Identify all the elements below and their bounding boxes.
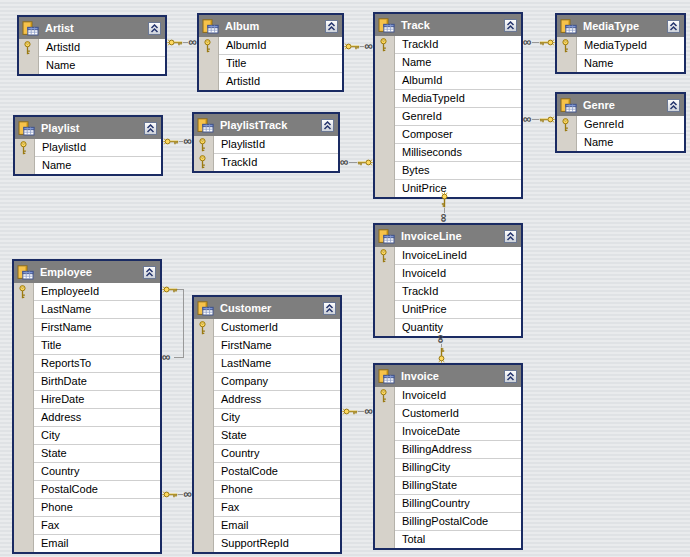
collapse-button[interactable] xyxy=(667,20,680,33)
column-row-genreid[interactable]: GenreId xyxy=(395,108,521,126)
table-header[interactable]: Track xyxy=(375,14,521,36)
table-invoice[interactable]: InvoiceInvoiceIdCustomerIdInvoiceDateBil… xyxy=(373,363,523,550)
column-row-birthdate[interactable]: BirthDate xyxy=(34,373,160,391)
column-row-mediatypeid[interactable]: MediaTypeId xyxy=(577,37,684,55)
column-row-billingcity[interactable]: BillingCity xyxy=(395,459,521,477)
column-row-city[interactable]: City xyxy=(214,409,340,427)
column-row-name[interactable]: Name xyxy=(35,157,161,174)
column-row-albumid[interactable]: AlbumId xyxy=(219,37,342,55)
column-row-name[interactable]: Name xyxy=(395,54,521,72)
relationship-employee-customer[interactable]: ∞ xyxy=(162,488,192,500)
relationship-playlist-playlisttrack[interactable]: ∞ xyxy=(163,135,192,147)
column-row-lastname[interactable]: LastName xyxy=(214,355,340,373)
table-header[interactable]: Artist xyxy=(19,17,165,39)
column-row-bytes[interactable]: Bytes xyxy=(395,162,521,180)
collapse-button[interactable] xyxy=(325,20,338,33)
table-mediatype[interactable]: MediaTypeMediaTypeIdName xyxy=(555,13,686,74)
column-row-trackid[interactable]: TrackId xyxy=(395,36,521,54)
column-row-fax[interactable]: Fax xyxy=(34,517,160,535)
column-row-state[interactable]: State xyxy=(214,427,340,445)
relationship-track-playlisttrack[interactable]: ∞ xyxy=(340,156,373,168)
column-row-trackid[interactable]: TrackId xyxy=(214,154,338,171)
column-row-phone[interactable]: Phone xyxy=(34,499,160,517)
diagram-canvas[interactable]: ArtistArtistIdNameAlbumAlbumIdTitleArtis… xyxy=(0,0,690,557)
column-row-billingpostalcode[interactable]: BillingPostalCode xyxy=(395,513,521,531)
collapse-button[interactable] xyxy=(321,119,334,132)
collapse-button[interactable] xyxy=(143,266,156,279)
table-employee[interactable]: EmployeeEmployeeIdLastNameFirstNameTitle… xyxy=(12,259,162,554)
relationship-track-invoiceline[interactable]: ∞ xyxy=(438,192,450,223)
table-invoiceline[interactable]: InvoiceLineInvoiceLineIdInvoiceIdTrackId… xyxy=(373,223,523,338)
table-header[interactable]: Playlist xyxy=(15,117,161,139)
collapse-button[interactable] xyxy=(144,122,157,135)
column-row-name[interactable]: Name xyxy=(577,55,684,72)
column-row-billingaddress[interactable]: BillingAddress xyxy=(395,441,521,459)
column-row-city[interactable]: City xyxy=(34,427,160,445)
column-row-invoiceid[interactable]: InvoiceId xyxy=(395,265,521,283)
column-row-albumid[interactable]: AlbumId xyxy=(395,72,521,90)
relationship-album-track[interactable]: ∞ xyxy=(344,40,373,52)
column-row-unitprice[interactable]: UnitPrice xyxy=(395,301,521,319)
collapse-button[interactable] xyxy=(504,19,517,32)
table-track[interactable]: TrackTrackIdNameAlbumIdMediaTypeIdGenreI… xyxy=(373,12,523,199)
table-customer[interactable]: CustomerCustomerIdFirstNameLastNameCompa… xyxy=(192,295,342,554)
column-row-postalcode[interactable]: PostalCode xyxy=(34,481,160,499)
column-row-trackid[interactable]: TrackId xyxy=(395,283,521,301)
column-row-fax[interactable]: Fax xyxy=(214,499,340,517)
column-row-lastname[interactable]: LastName xyxy=(34,301,160,319)
column-row-firstname[interactable]: FirstName xyxy=(214,337,340,355)
column-row-state[interactable]: State xyxy=(34,445,160,463)
column-row-customerid[interactable]: CustomerId xyxy=(214,319,340,337)
column-row-invoiceid[interactable]: InvoiceId xyxy=(395,387,521,405)
column-row-genreid[interactable]: GenreId xyxy=(577,116,684,134)
table-header[interactable]: Genre xyxy=(557,94,684,116)
column-row-country[interactable]: Country xyxy=(214,445,340,463)
collapse-button[interactable] xyxy=(504,370,517,383)
column-row-name[interactable]: Name xyxy=(39,57,165,74)
column-row-title[interactable]: Title xyxy=(34,337,160,355)
column-row-mediatypeid[interactable]: MediaTypeId xyxy=(395,90,521,108)
relationship-genre-track[interactable]: ∞ xyxy=(523,113,555,125)
column-row-milliseconds[interactable]: Milliseconds xyxy=(395,144,521,162)
table-artist[interactable]: ArtistArtistIdName xyxy=(17,15,167,76)
column-row-title[interactable]: Title xyxy=(219,55,342,73)
relationship-invoice-invoiceline[interactable]: ∞ xyxy=(435,334,447,363)
table-album[interactable]: AlbumAlbumIdTitleArtistId xyxy=(197,13,344,92)
column-row-country[interactable]: Country xyxy=(34,463,160,481)
table-header[interactable]: PlaylistTrack xyxy=(194,114,338,136)
table-header[interactable]: Invoice xyxy=(375,365,521,387)
column-row-billingcountry[interactable]: BillingCountry xyxy=(395,495,521,513)
table-genre[interactable]: GenreGenreIdName xyxy=(555,92,686,153)
table-header[interactable]: InvoiceLine xyxy=(375,225,521,247)
column-row-firstname[interactable]: FirstName xyxy=(34,319,160,337)
collapse-button[interactable] xyxy=(148,22,161,35)
table-playlisttrack[interactable]: PlaylistTrackPlaylistIdTrackId xyxy=(192,112,340,173)
column-row-billingstate[interactable]: BillingState xyxy=(395,477,521,495)
column-row-invoicelineid[interactable]: InvoiceLineId xyxy=(395,247,521,265)
relationship-customer-invoice[interactable]: ∞ xyxy=(342,405,373,417)
column-row-quantity[interactable]: Quantity xyxy=(395,319,521,336)
column-row-invoicedate[interactable]: InvoiceDate xyxy=(395,423,521,441)
table-header[interactable]: Employee xyxy=(14,261,160,283)
column-row-supportrepid[interactable]: SupportRepId xyxy=(214,535,340,552)
column-row-postalcode[interactable]: PostalCode xyxy=(214,463,340,481)
collapse-button[interactable] xyxy=(323,302,336,315)
column-row-playlistid[interactable]: PlaylistId xyxy=(214,136,338,154)
column-row-address[interactable]: Address xyxy=(34,409,160,427)
column-row-hiredate[interactable]: HireDate xyxy=(34,391,160,409)
table-header[interactable]: Customer xyxy=(194,297,340,319)
relationship-employee-employee-self[interactable]: ∞ xyxy=(162,283,184,363)
column-row-email[interactable]: Email xyxy=(214,517,340,535)
column-row-employeeid[interactable]: EmployeeId xyxy=(34,283,160,301)
column-row-playlistid[interactable]: PlaylistId xyxy=(35,139,161,157)
column-row-company[interactable]: Company xyxy=(214,373,340,391)
column-row-composer[interactable]: Composer xyxy=(395,126,521,144)
column-row-phone[interactable]: Phone xyxy=(214,481,340,499)
column-row-customerid[interactable]: CustomerId xyxy=(395,405,521,423)
table-playlist[interactable]: PlaylistPlaylistIdName xyxy=(13,115,163,176)
collapse-button[interactable] xyxy=(667,99,680,112)
column-row-email[interactable]: Email xyxy=(34,535,160,552)
relationship-artist-album[interactable]: ∞ xyxy=(167,36,197,48)
table-header[interactable]: Album xyxy=(199,15,342,37)
column-row-name[interactable]: Name xyxy=(577,134,684,151)
